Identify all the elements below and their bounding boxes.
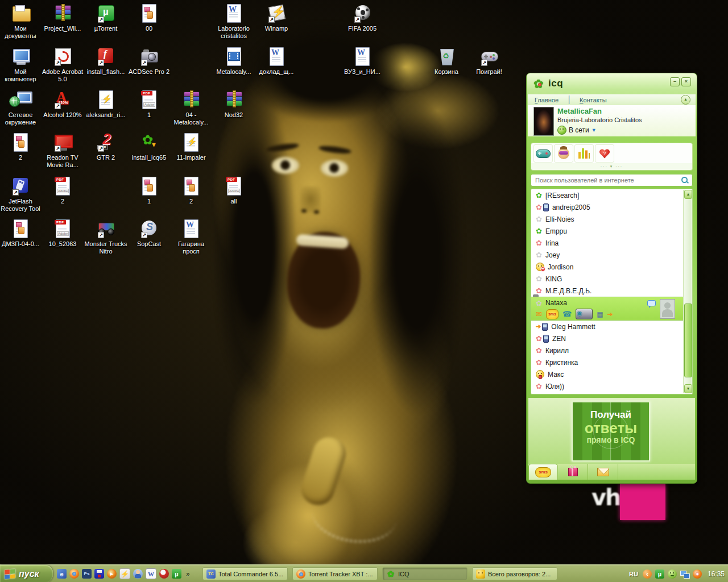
- winamp-icon[interactable]: ⚡: [119, 568, 130, 579]
- network-tray-icon[interactable]: [680, 569, 689, 579]
- desktop-icon-gtr-2[interactable]: 2GTR↗GTR 2: [84, 132, 127, 161]
- desktop-icon-мой-компьютер[interactable]: Мой компьютер: [0, 47, 42, 83]
- scrollbar[interactable]: ▲ ▼: [683, 190, 692, 393]
- contact-row-юля[interactable]: ✿Юля)): [531, 380, 683, 392]
- desktop-icon-2[interactable]: 2: [169, 176, 213, 205]
- profile-name[interactable]: MetallicaFan: [557, 107, 602, 115]
- desktop-icon-11-impaler[interactable]: ⚡11-impaler: [169, 132, 213, 161]
- contact-row-research[interactable]: ✿[REsearch]: [531, 189, 683, 201]
- word-icon[interactable]: W: [146, 568, 156, 579]
- presence-selector[interactable]: В сети ▼: [557, 126, 597, 135]
- utorrent-tray-icon[interactable]: µ: [655, 569, 664, 579]
- contact-row-joey[interactable]: ✿Joey: [531, 249, 683, 261]
- desktop-icon-гагарина-просп[interactable]: WГагарина просп: [169, 219, 213, 255]
- desktop-icon-доклад_щ[interactable]: Wдоклад_щ...: [255, 47, 298, 76]
- contact-row-макс[interactable]: Макс: [531, 368, 683, 380]
- desktop-icon-all[interactable]: PDFAdobeall: [212, 176, 255, 205]
- clock[interactable]: 16:35: [708, 570, 725, 578]
- xtraz-button[interactable]: [554, 144, 573, 163]
- task-button-torrent-tracker-xbt[interactable]: Torrent Tracker XBT :...: [292, 567, 378, 580]
- contact-row-emppu[interactable]: ✿Emppu: [531, 225, 683, 237]
- contact-row-кристинка[interactable]: ✿Кристинка: [531, 356, 683, 368]
- icq-tray-icon[interactable]: [668, 569, 677, 579]
- desktop-icon-поиграй[interactable]: ↗Поиграй!: [468, 47, 511, 76]
- desktop-icon-fifa-2005[interactable]: ↗FIFA 2005: [341, 3, 384, 32]
- quicklaunch-overflow-icon[interactable]: »: [186, 570, 190, 578]
- desktop-icon-сетевое-окружение[interactable]: Сетевое окружение: [0, 90, 42, 126]
- avatar[interactable]: [533, 107, 554, 136]
- desktop-icon-winamp[interactable]: ⚡↗Winamp: [255, 3, 298, 32]
- photoshop-icon[interactable]: Ps: [82, 569, 92, 579]
- menu-item-main[interactable]: Главное: [535, 97, 559, 103]
- search-input[interactable]: [531, 174, 693, 186]
- charts-button[interactable]: [574, 144, 594, 163]
- utorrent-icon[interactable]: µ: [172, 569, 181, 579]
- desktop-icon-metalocaly[interactable]: Metalocaly...: [212, 47, 255, 76]
- contact-row-jordison[interactable]: Jordison: [531, 261, 683, 273]
- collapse-button[interactable]: ▴: [681, 95, 690, 105]
- desktop-icon-10_52063[interactable]: PDFAdobe10_52063: [41, 219, 84, 248]
- desktop-icon-вуз_и_ни[interactable]: WВУЗ_и_НИ...: [341, 47, 384, 76]
- contact-row-м-е-д-в-е-д-ь[interactable]: ✿М.Е.Д.В.Е.Д.Ь.: [531, 285, 683, 297]
- close-button[interactable]: ×: [681, 77, 691, 86]
- contact-row-andreip2005[interactable]: ✿andreip2005: [531, 201, 683, 213]
- call-icon[interactable]: ☎: [562, 310, 572, 318]
- desktop-icon-monster-trucks-nitro[interactable]: ↗Monster Trucks Nitro: [84, 219, 127, 255]
- contact-row-oleg-hammett[interactable]: ➔Oleg Hammett: [531, 321, 683, 332]
- firefox-icon[interactable]: [69, 569, 79, 579]
- task-button-всего-разговоров-2[interactable]: Всего разговоров: 2...: [472, 567, 557, 580]
- desktop-icon-04-metalocaly[interactable]: 04 - Metalocaly...: [169, 90, 213, 126]
- desktop-icon-мои-документы[interactable]: Мои документы: [0, 3, 42, 40]
- message-bubble-icon[interactable]: [647, 300, 656, 306]
- contact-row-zen[interactable]: ✿ZEN: [531, 332, 683, 344]
- send-greeting-icon[interactable]: ✉: [536, 310, 542, 318]
- winamp-tray-icon[interactable]: [693, 569, 702, 579]
- send-sms-icon[interactable]: sms: [546, 309, 559, 319]
- tab-mail[interactable]: [588, 464, 618, 480]
- search-icon[interactable]: [681, 176, 689, 184]
- desktop-icon-install_flash[interactable]: f↗install_flash...: [84, 47, 127, 76]
- contact-card-icon[interactable]: ▦: [597, 310, 603, 318]
- desktop-icon-readon-tv-movie-ra[interactable]: ↗Readon TV Movie Ra...: [41, 132, 84, 169]
- desktop-icon-00[interactable]: 00: [127, 3, 171, 32]
- messenger-icon[interactable]: [133, 569, 143, 579]
- games-button[interactable]: [533, 144, 553, 163]
- desktop-icon-acdsee-pro-2[interactable]: ↗ACDSee Pro 2: [127, 47, 171, 76]
- desktop-icon-2[interactable]: PDFAdobe2: [41, 176, 84, 205]
- desktop-icon-nod32[interactable]: Nod32: [212, 90, 255, 119]
- contact-row-irina[interactable]: ✿Irina: [531, 237, 683, 249]
- desktop-icon-torrent[interactable]: µ↗µTorrent: [84, 3, 127, 32]
- contact-row-selected-nataxa[interactable]: ✿Nataxa✉sms☎◉▦➔: [531, 297, 683, 321]
- send-file-icon[interactable]: ➔: [607, 310, 613, 318]
- desktop-icon-project_wii[interactable]: Project_Wii...: [41, 3, 84, 32]
- hide-tray-icons-button[interactable]: ‹: [643, 569, 652, 579]
- nero-icon[interactable]: [159, 569, 169, 579]
- toolbar-expander[interactable]: ··· ▾ ···: [531, 163, 693, 171]
- browser-app-icon[interactable]: e: [57, 569, 67, 579]
- desktop-icon-jetflash-recovery-tool[interactable]: ↗JetFlash Recovery Tool: [0, 176, 42, 213]
- help-heart-button[interactable]: ?: [595, 144, 614, 163]
- start-button[interactable]: пуск: [0, 565, 53, 582]
- task-button-icq[interactable]: ✿ICQ: [382, 567, 468, 580]
- desktop-icon-1[interactable]: 1: [127, 176, 171, 205]
- menu-item-contacts[interactable]: Контакты: [580, 97, 607, 103]
- contact-row-кирилл[interactable]: ✿Кирилл: [531, 344, 683, 356]
- ad-banner[interactable]: Получай ответы прямо в ICQ: [572, 401, 650, 462]
- language-indicator[interactable]: RU: [629, 571, 638, 577]
- desktop-icon-aleksandr_ri[interactable]: ⚡aleksandr_ri...: [84, 90, 127, 119]
- desktop-icon-2[interactable]: 2: [0, 132, 42, 161]
- media-player-icon[interactable]: ▶: [107, 569, 117, 579]
- floppy-save-icon[interactable]: [94, 569, 104, 579]
- scroll-up-icon[interactable]: ▲: [684, 190, 692, 199]
- scrollbar-thumb[interactable]: [684, 304, 692, 377]
- desktop-icon-корзина[interactable]: ♻Корзина: [425, 47, 468, 76]
- desktop-icon-install_icq65[interactable]: ✿▼install_icq65: [127, 132, 171, 161]
- icq-titlebar[interactable]: ✿ icq – ×: [527, 73, 697, 94]
- webcam-icon[interactable]: ◉: [576, 309, 593, 319]
- contact-row-elli-noies[interactable]: ✿Elli-Noies: [531, 213, 683, 225]
- desktop-icon-дмзп-04-0[interactable]: ДМЗП-04-0...: [0, 219, 42, 248]
- desktop-icon-1[interactable]: PDFAdobe1: [127, 90, 171, 119]
- contact-row-king[interactable]: ✿KING: [531, 273, 683, 285]
- desktop-icon-alcohol-120[interactable]: A120%↗Alcohol 120%: [41, 90, 84, 119]
- scroll-down-icon[interactable]: ▼: [684, 384, 692, 393]
